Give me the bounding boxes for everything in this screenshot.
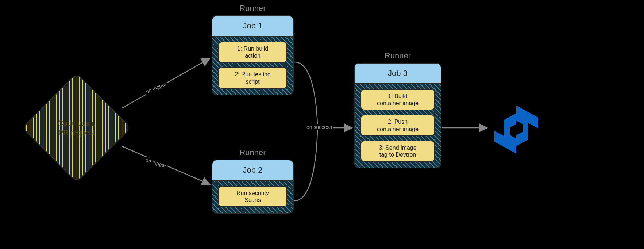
runner-1-label: Runner [212, 4, 294, 13]
job-2-header: Job 2 [212, 160, 293, 181]
devtron-logo-icon [489, 102, 544, 157]
trigger-label: Code push, PR request [58, 118, 95, 137]
trigger-node: Code push, PR request [22, 73, 131, 183]
runner-3-label: Runner [354, 51, 441, 61]
pipeline-diagram: Code push, PR request Runner Job 1 1: Ru… [0, 0, 644, 249]
runner-1-body: Job 1 1: Run build action 2: Run testing… [212, 15, 294, 95]
job-3-steps: 1: Build container image 2: Push contain… [355, 84, 441, 163]
job-2-steps: Run security Scans [212, 181, 293, 208]
job-3-header: Job 3 [355, 64, 441, 84]
runner-2-body: Job 2 Run security Scans [212, 160, 294, 214]
job-1-header: Job 1 [212, 16, 293, 37]
runner-1: Runner Job 1 1: Run build action 2: Run … [212, 4, 294, 95]
job-1-step-2: 2: Run testing script [218, 67, 287, 88]
job-3-step-3: 3: Send image tag to Devtron [360, 141, 435, 162]
job-2-step-1: Run security Scans [218, 186, 287, 207]
job-1-step-1: 1: Run build action [218, 42, 287, 63]
runner-3: Runner Job 3 1: Build container image 2:… [354, 51, 441, 168]
runner-2: Runner Job 2 Run security Scans [212, 148, 294, 214]
edge-label-success: on success [306, 124, 333, 130]
job-3-step-2: 2: Push container image [360, 115, 435, 136]
edge-label-trigger-1: on trigger [144, 80, 167, 95]
edge-label-trigger-2: on trigger [144, 157, 168, 169]
runner-2-label: Runner [212, 148, 294, 157]
job-1-steps: 1: Run build action 2: Run testing scrip… [212, 37, 293, 90]
runner-3-body: Job 3 1: Build container image 2: Push c… [354, 63, 441, 168]
job-3-step-1: 1: Build container image [360, 89, 435, 110]
